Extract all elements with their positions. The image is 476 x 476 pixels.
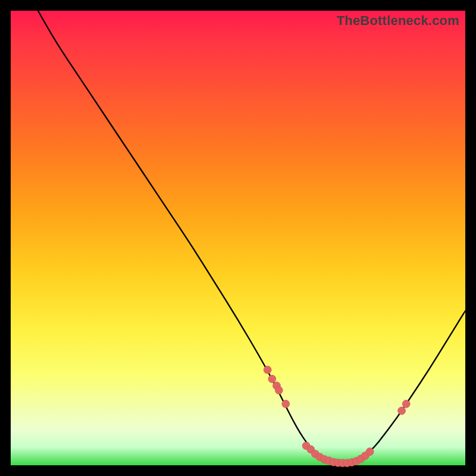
bottleneck-curve xyxy=(38,11,465,463)
data-point xyxy=(402,400,410,408)
data-point xyxy=(275,386,283,394)
data-point xyxy=(398,407,406,415)
chart-gradient-frame: TheBottleneck.com xyxy=(11,11,465,465)
data-point xyxy=(282,400,290,408)
data-points-group xyxy=(264,366,410,467)
data-point xyxy=(264,366,271,374)
data-point xyxy=(366,448,374,456)
data-point xyxy=(268,375,276,383)
chart-svg xyxy=(11,11,465,465)
